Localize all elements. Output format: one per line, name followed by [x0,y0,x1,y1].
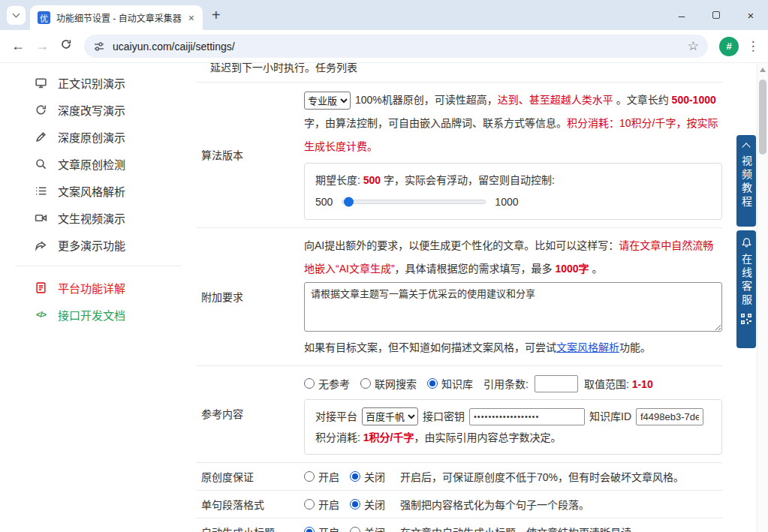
refresh-button[interactable] [54,38,78,54]
radio-label: 关闭 [364,469,385,484]
close-button[interactable]: × [733,0,768,30]
row-algorithm-version: 算法版本 专业版 100%机器原创，可读性超高，达到、甚至超越人类水平 。文章长… [197,83,722,228]
sidebar-item-label: 深度原创演示 [58,129,125,145]
video-tutorial-label: 视频教程 [739,155,754,209]
toggle-description: 在文章中自动生成小标题，使文章结构更清晰易读。 [400,524,642,532]
quote-range-hint: 取值范围: 1-10 [584,376,653,391]
maximize-icon [712,11,720,19]
row-sentence-paragraph-format: 单句段落格式 开启 关闭 强制把内容格式化为每个句子一个段落。 [197,491,722,518]
scrollbar-thumb[interactable] [759,80,766,155]
address-bar[interactable]: ucaiyun.com/caiji/settings/ ☆ [84,35,708,58]
page-scrollbar[interactable] [757,63,768,532]
toggle-description: 强制把内容格式化为每个句子一个段落。 [400,497,589,512]
radio-label: 无参考 [318,376,350,391]
sidebar-item-label: 文案风格解析 [58,183,125,199]
secret-label: 接口密钥 [423,406,465,427]
forward-button[interactable]: → [30,38,54,54]
radio-label: 关闭 [364,497,385,512]
sidebar-item-api-docs[interactable]: </> 接口开发文档 [0,301,197,328]
refresh-icon [60,38,72,50]
radio-originality-on[interactable]: 开启 [304,469,339,484]
browser-menu-button[interactable]: ⋮ [744,38,762,54]
radio-knowledge-base[interactable]: 知识库 [427,376,473,391]
quote-count-input[interactable] [535,375,578,392]
toggle-description: 开启后，可保证原创度不低于70%，但有时会破坏文章风格。 [400,469,684,484]
settings-form: 延迟到下一小时执行。任务列表 算法版本 专业版 100%机器原创，可读性超高，达… [197,63,768,532]
back-button[interactable]: ← [6,38,30,54]
sidebar-item-style-analysis[interactable]: 文案风格解析 [0,177,197,204]
knowledge-base-box: 对接平台 百度千帆 接口密钥 知识库ID 积分消耗: 1积分/千字，由实际引用内… [304,399,722,455]
url-text[interactable]: ucaiyun.com/caiji/settings/ [113,41,688,53]
sidebar: 正文识别演示 深度改写演示 深度原创演示 文章原创检测 文案风格 [0,63,197,532]
radio-icon [360,378,371,389]
field-label: 算法版本 [197,147,304,162]
sidebar-item-deep-original[interactable]: 深度原创演示 [0,123,197,150]
sidebar-item-label: 更多演示功能 [58,237,125,253]
online-service-widget[interactable]: 在线客服 [736,230,756,348]
sidebar-item-platform-features[interactable]: 平台功能详解 [0,274,197,301]
radio-subtitles-on[interactable]: 开启 [304,524,339,532]
browser-tab[interactable]: 优 功能细节设置 - 自动文章采集器 × [30,5,203,30]
kb-id-input[interactable] [636,408,703,425]
bell-icon [741,237,752,248]
edit-icon [35,131,47,143]
radio-paragraph-off[interactable]: 关闭 [350,497,385,512]
radio-paragraph-on[interactable]: 开启 [304,497,339,512]
slider-handle[interactable] [344,197,354,207]
radio-no-reference[interactable]: 无参考 [304,376,350,391]
tab-search-button[interactable] [7,6,26,25]
quote-count-label: 引用条数: [483,376,529,391]
qr-code-icon [741,314,751,324]
monitor-icon [35,77,47,89]
video-camera-icon [35,212,47,224]
platform-select[interactable]: 百度千帆 [362,407,418,425]
task-list-link[interactable]: 任务列表 [315,63,357,74]
radio-icon [350,499,360,509]
list-icon [35,185,47,197]
extra-requirements-textarea[interactable]: 请根据文章主题写一篇关于优采云的使用建议和分享 [304,282,722,332]
radio-web-search[interactable]: 联网搜索 [360,376,417,391]
sidebar-item-label: 深度改写演示 [58,102,125,118]
notice-row: 延迟到下一小时执行。任务列表 [197,63,722,83]
radio-icon [304,378,315,389]
algorithm-version-select[interactable]: 专业版 [304,92,351,110]
radio-originality-off[interactable]: 关闭 [350,469,385,484]
radio-label: 开启 [318,524,339,532]
slider-min-label: 500 [315,196,333,208]
platform-label: 对接平台 [315,406,357,427]
maximize-button[interactable] [699,0,733,30]
row-extra-requirements: 附加要求 向AI提出额外的要求，以便生成更个性化的文章。比如可以这样写：请在文章… [197,228,722,366]
kb-id-label: 知识库ID [589,406,631,427]
site-settings-icon[interactable] [93,41,105,53]
api-secret-input[interactable] [469,408,585,425]
search-icon [35,158,47,170]
sidebar-item-deep-rewrite[interactable]: 深度改写演示 [0,96,197,123]
browser-window: 优 功能细节设置 - 自动文章采集器 × + – × ← → ucaiyun [0,0,768,532]
scroll-up-arrow-icon[interactable] [760,68,766,72]
new-tab-button[interactable]: + [212,7,221,24]
row-auto-subtitles: 自动生成小标题 开启 关闭 在文章中自动生成小标题，使文章结构更清晰易读。 [197,518,722,532]
sidebar-item-originality-check[interactable]: 文章原创检测 [0,150,197,177]
radio-label: 开启 [318,469,339,484]
tab-close-icon[interactable]: × [186,12,197,24]
sidebar-item-text-to-video[interactable]: 文生视频演示 [0,204,197,231]
field-label: 参考内容 [197,406,304,421]
video-tutorial-widget[interactable]: 视频教程 [736,135,756,227]
radio-subtitles-off[interactable]: 关闭 [350,524,385,532]
radio-icon [350,527,360,532]
chevron-up-icon [742,143,750,151]
online-service-label: 在线客服 [739,254,754,308]
row-originality-guarantee: 原创度保证 开启 关闭 开启后，可保证原创度不低于70%，但有时会破坏文章风格。 [197,463,722,491]
profile-avatar[interactable]: # [719,37,739,56]
sidebar-divider [15,266,182,266]
sidebar-item-text-recognition[interactable]: 正文识别演示 [0,69,197,96]
browser-toolbar: ← → ucaiyun.com/caiji/settings/ ☆ # ⋮ [0,30,768,63]
length-hint: 期望长度: 500 字，实际会有浮动，留空则自动控制: [315,170,711,191]
minimize-button[interactable]: – [664,0,699,30]
bookmark-star-icon[interactable]: ☆ [688,38,699,54]
row-reference-content: 参考内容 无参考 联网搜索 知识库 [197,366,722,463]
field-label: 附加要求 [197,289,304,304]
field-label: 原创度保证 [197,469,304,484]
sidebar-item-more-demos[interactable]: 更多演示功能 [0,231,197,258]
length-slider[interactable] [342,200,486,204]
